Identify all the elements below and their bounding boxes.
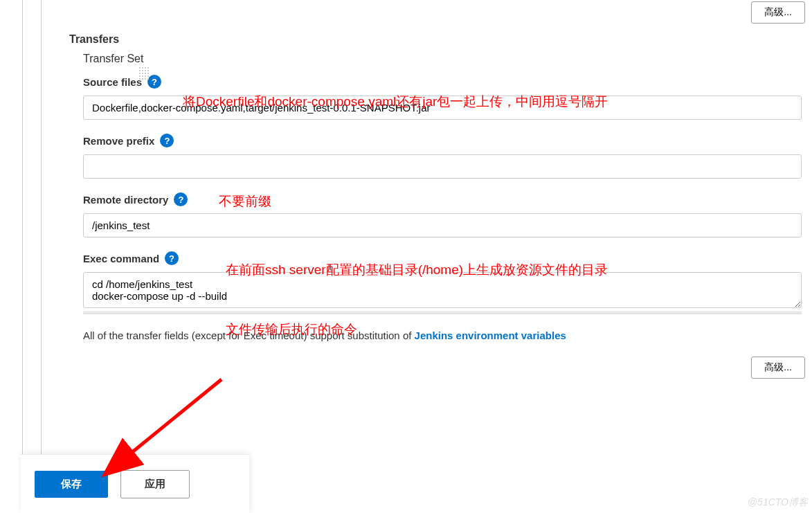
remove-prefix-group: Remove prefix ?: [83, 134, 805, 179]
save-button[interactable]: 保存: [35, 471, 108, 498]
help-icon[interactable]: ?: [174, 192, 188, 206]
exec-command-textarea[interactable]: [83, 272, 802, 308]
remove-prefix-label: Remove prefix: [83, 135, 154, 147]
footer-action-bar: 保存 应用: [21, 454, 249, 513]
transfers-title: Transfers: [69, 33, 805, 46]
source-files-input[interactable]: [83, 96, 802, 120]
textarea-resize-grip[interactable]: [83, 310, 802, 314]
transfer-set-card: Transfer Set Source files ? Remove prefi…: [83, 53, 805, 379]
env-vars-link[interactable]: Jenkins environment variables: [415, 330, 566, 341]
apply-button[interactable]: 应用: [120, 470, 190, 498]
info-text: All of the transfer fields (except for E…: [83, 328, 805, 344]
help-icon[interactable]: ?: [147, 75, 161, 89]
exec-command-label: Exec command: [83, 253, 159, 264]
help-icon[interactable]: ?: [160, 134, 174, 147]
svg-line-1: [128, 379, 222, 456]
source-files-label: Source files: [83, 76, 142, 88]
advanced-button-top[interactable]: 高级...: [751, 1, 805, 24]
advanced-button-bottom[interactable]: 高级...: [751, 357, 805, 379]
left-border-track: [22, 0, 42, 513]
drag-handle-icon[interactable]: [138, 66, 150, 80]
remove-prefix-input[interactable]: [83, 154, 802, 179]
exec-command-group: Exec command ?: [83, 251, 805, 314]
help-icon[interactable]: ?: [165, 251, 179, 265]
watermark: @51CTO博客: [748, 496, 808, 509]
remote-directory-label: Remote directory: [83, 194, 168, 206]
remote-directory-input[interactable]: [83, 213, 802, 237]
card-title: Transfer Set: [83, 53, 805, 65]
info-prefix: All of the transfer fields (except for E…: [83, 330, 415, 341]
remote-directory-group: Remote directory ?: [83, 192, 805, 237]
source-files-group: Source files ?: [83, 75, 805, 120]
